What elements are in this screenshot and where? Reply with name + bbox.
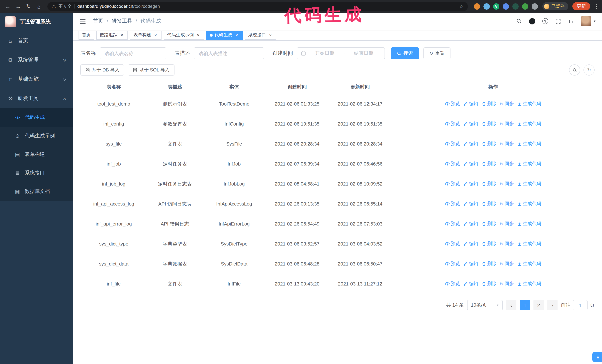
extension-puzzle-icon[interactable] <box>532 3 538 10</box>
back-to-top-button[interactable]: ∧ <box>592 352 602 362</box>
profile-paused-badge[interactable]: 已暂停 <box>542 2 568 10</box>
tab-close-icon[interactable]: × <box>196 32 201 38</box>
sync-link[interactable]: ↻ 同步 <box>500 141 514 147</box>
preview-link[interactable]: 预览 <box>445 221 460 227</box>
tab-0[interactable]: 首页 <box>78 31 94 40</box>
extension-blue-icon[interactable] <box>484 3 490 10</box>
edit-link[interactable]: 编辑 <box>463 141 478 147</box>
edit-link[interactable]: 编辑 <box>463 221 478 227</box>
sidebar-item-1[interactable]: ⚙ 系统管理 ∨ <box>0 50 73 70</box>
sync-link[interactable]: ↻ 同步 <box>500 161 514 167</box>
sync-link[interactable]: ↻ 同步 <box>500 101 514 107</box>
generate-code-link[interactable]: 生成代码 <box>517 261 541 267</box>
sidebar-subitem-2[interactable]: ▤ 表单构建 <box>0 145 73 164</box>
prev-page-button[interactable]: ‹ <box>506 300 516 310</box>
delete-link[interactable]: 删除 <box>482 241 496 247</box>
browser-home-button[interactable]: ⌂ <box>34 1 44 11</box>
preview-link[interactable]: 预览 <box>445 261 460 267</box>
browser-update-button[interactable]: 更新 <box>572 2 590 10</box>
generate-code-link[interactable]: 生成代码 <box>517 141 541 147</box>
tab-1[interactable]: 链路追踪 × <box>96 31 128 40</box>
sync-link[interactable]: ↻ 同步 <box>500 241 514 247</box>
tab-2[interactable]: 表单构建 × <box>130 31 161 40</box>
table-name-input[interactable] <box>100 47 166 59</box>
delete-link[interactable]: 删除 <box>482 281 496 287</box>
delete-link[interactable]: 删除 <box>482 201 496 207</box>
page-size-select[interactable]: 10条/页 ▼ <box>467 300 503 310</box>
search-icon[interactable] <box>516 18 522 24</box>
preview-link[interactable]: 预览 <box>445 141 460 147</box>
browser-back-button[interactable]: ← <box>3 1 13 11</box>
address-bar[interactable]: ⚠ 不安全 dashboard.yudao.iocoder.cn/tool/co… <box>47 2 468 11</box>
security-label[interactable]: 不安全 <box>59 3 72 10</box>
sync-link[interactable]: ↻ 同步 <box>500 181 514 187</box>
toggle-search-button[interactable] <box>569 64 580 75</box>
preview-link[interactable]: 预览 <box>445 121 460 127</box>
sidebar-item-0[interactable]: ⌂ 首页 <box>0 31 73 50</box>
breadcrumb-devtools[interactable]: 研发工具 <box>111 18 132 24</box>
generate-code-link[interactable]: 生成代码 <box>517 201 541 207</box>
sidebar-item-2[interactable]: ⌗ 基础设施 ∨ <box>0 70 73 89</box>
tab-close-icon[interactable]: × <box>153 32 158 38</box>
sync-link[interactable]: ↻ 同步 <box>500 281 514 287</box>
extension-people-icon[interactable] <box>503 3 509 10</box>
date-start-placeholder[interactable]: 开始日期 <box>308 50 342 57</box>
reset-button[interactable]: ↻ 重置 <box>423 47 451 59</box>
extension-vue-devtools-icon[interactable]: V <box>493 3 499 10</box>
preview-link[interactable]: 预览 <box>445 101 460 107</box>
refresh-table-button[interactable]: ↻ <box>583 64 595 75</box>
date-end-placeholder[interactable]: 结束日期 <box>346 50 381 57</box>
generate-code-link[interactable]: 生成代码 <box>517 181 541 187</box>
sync-link[interactable]: ↻ 同步 <box>500 121 514 127</box>
tab-close-icon[interactable]: × <box>268 32 273 38</box>
edit-link[interactable]: 编辑 <box>463 161 478 167</box>
date-range-picker[interactable]: 开始日期 - 结束日期 <box>297 47 385 59</box>
delete-link[interactable]: 删除 <box>482 141 496 147</box>
browser-menu-icon[interactable]: ⋮ <box>594 3 599 9</box>
browser-forward-button[interactable]: → <box>13 1 23 11</box>
tab-close-icon[interactable]: × <box>234 32 239 38</box>
preview-link[interactable]: 预览 <box>445 201 460 207</box>
search-button[interactable]: 搜索 <box>391 47 419 59</box>
help-icon[interactable]: ? <box>542 18 548 24</box>
sidebar-subitem-1[interactable]: ⊙ 代码生成示例 <box>0 127 73 145</box>
delete-link[interactable]: 删除 <box>482 121 496 127</box>
tab-4[interactable]: 代码生成 × <box>206 31 243 40</box>
generate-code-link[interactable]: 生成代码 <box>517 121 541 127</box>
bookmark-star-icon[interactable]: ☆ <box>459 3 463 9</box>
preview-link[interactable]: 预览 <box>445 161 460 167</box>
generate-code-link[interactable]: 生成代码 <box>517 101 541 107</box>
sidebar-subitem-3[interactable]: ≣ 系统接口 <box>0 164 73 182</box>
github-icon[interactable] <box>529 18 535 24</box>
extension-dark-icon[interactable] <box>512 3 519 10</box>
sidebar-item-3[interactable]: ⚒ 研发工具 ∧ <box>0 89 73 108</box>
edit-link[interactable]: 编辑 <box>463 101 478 107</box>
page-number-button[interactable]: 1 <box>520 300 530 310</box>
page-number-button[interactable]: 2 <box>533 300 544 310</box>
generate-code-link[interactable]: 生成代码 <box>517 281 541 287</box>
breadcrumb-home[interactable]: 首页 <box>93 18 103 24</box>
import-sql-button[interactable]: 基于 SQL 导入 <box>128 64 174 75</box>
generate-code-link[interactable]: 生成代码 <box>517 221 541 227</box>
edit-link[interactable]: 编辑 <box>463 281 478 287</box>
extension-orange-icon[interactable] <box>474 3 480 10</box>
next-page-button[interactable]: › <box>547 300 558 310</box>
app-logo[interactable]: 芋道管理系统 <box>0 13 73 31</box>
page-url[interactable]: dashboard.yudao.iocoder.cn/tool/codegen <box>77 4 160 9</box>
preview-link[interactable]: 预览 <box>445 241 460 247</box>
goto-page-input[interactable] <box>573 300 588 310</box>
hamburger-icon[interactable] <box>79 17 86 25</box>
tab-5[interactable]: 系统接口 × <box>245 31 276 40</box>
extension-green-icon[interactable] <box>522 3 528 10</box>
font-size-icon[interactable]: TT <box>568 18 574 24</box>
sync-link[interactable]: ↻ 同步 <box>500 261 514 267</box>
sync-link[interactable]: ↻ 同步 <box>500 221 514 227</box>
delete-link[interactable]: 删除 <box>482 261 496 267</box>
browser-refresh-button[interactable]: ↻ <box>24 1 33 11</box>
tab-close-icon[interactable]: × <box>119 32 124 38</box>
delete-link[interactable]: 删除 <box>482 161 496 167</box>
tab-3[interactable]: 代码生成示例 × <box>164 31 204 40</box>
fullscreen-icon[interactable] <box>555 18 561 24</box>
sidebar-subitem-4[interactable]: ▦ 数据库文档 <box>0 182 73 201</box>
edit-link[interactable]: 编辑 <box>463 261 478 267</box>
